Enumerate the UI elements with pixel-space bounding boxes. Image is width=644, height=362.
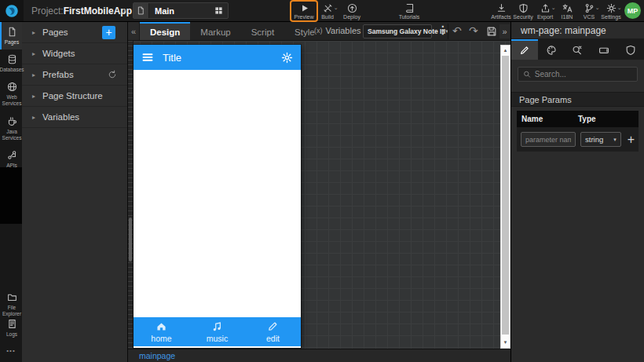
collapse-left-panel-button[interactable]: « — [128, 22, 140, 40]
rail-item-web-services[interactable]: Web Services — [0, 77, 22, 111]
tab-script[interactable]: Script — [241, 22, 284, 40]
param-name-input[interactable] — [521, 132, 576, 147]
scrollbar-thumb[interactable] — [502, 56, 509, 335]
translate-icon — [562, 2, 573, 13]
canvas-vertical-ruler[interactable] — [128, 41, 134, 349]
rail-label: Web Services — [2, 94, 22, 107]
scroll-up-arrow[interactable]: ▲ — [501, 46, 510, 55]
redo-button[interactable]: ↷ — [469, 24, 478, 38]
export-button[interactable]: ⌄ Export — [534, 2, 556, 20]
artifacts-icon — [496, 2, 507, 13]
section-pages[interactable]: ▸ Pages + — [22, 22, 127, 43]
expand-arrow-icon[interactable]: ▸ — [32, 29, 35, 36]
refresh-prefabs-icon[interactable] — [108, 70, 117, 79]
add-param-button[interactable]: + — [628, 133, 635, 146]
section-variables[interactable]: ▸ Variables — [22, 107, 127, 128]
i18n-button[interactable]: I18N — [556, 2, 578, 20]
expand-arrow-icon[interactable]: ▸ — [32, 71, 35, 79]
export-caret-icon: ⌄ — [551, 5, 556, 10]
undo-button[interactable]: ↶ — [452, 24, 462, 38]
save-button[interactable] — [486, 26, 497, 37]
tab-properties[interactable] — [511, 39, 538, 60]
project-breadcrumb[interactable]: Project:FirstMobileApp — [31, 5, 132, 16]
add-page-button[interactable]: + — [102, 26, 115, 39]
section-label-variables: Variables — [42, 112, 79, 122]
user-avatar[interactable]: MP — [624, 2, 641, 19]
nav-item-home[interactable]: home — [134, 317, 189, 346]
page-icon — [134, 3, 149, 18]
variables-dropdown[interactable]: (x) Variables ⌄ — [314, 26, 369, 35]
deploy-label: Deploy — [343, 14, 360, 20]
tab-markup[interactable]: Markup — [190, 22, 240, 40]
logs-icon — [7, 319, 17, 329]
tab-label: Markup — [200, 27, 230, 37]
home-icon — [156, 320, 167, 332]
page-params-header: Page Params — [511, 92, 644, 107]
deploy-button[interactable]: Deploy — [341, 2, 363, 20]
expand-arrow-icon[interactable]: ▸ — [32, 114, 35, 121]
phone-page-title[interactable]: Title — [163, 52, 281, 64]
edit-pencil-icon — [267, 320, 279, 332]
security-button[interactable]: Security — [512, 2, 534, 20]
section-widgets[interactable]: ▸ Widgets — [22, 43, 127, 64]
shield-outline-icon — [625, 45, 636, 56]
nav-label: home — [151, 334, 171, 343]
toolbar-divider — [448, 24, 448, 39]
pages-icon — [7, 27, 17, 37]
page-params-table: Name Type string ▾ + — [517, 111, 639, 152]
section-page-structure[interactable]: ▸ Page Structure — [22, 86, 127, 107]
ruler-scroll-thumb[interactable] — [129, 218, 132, 261]
properties-search-box[interactable] — [518, 67, 638, 82]
page-params-table-header: Name Type — [517, 111, 639, 127]
hamburger-menu-icon[interactable] — [141, 51, 154, 64]
phone-bottom-navbar[interactable]: home music edit — [134, 317, 301, 348]
rail-item-java-services[interactable]: Java Services — [0, 112, 22, 145]
expand-arrow-icon[interactable]: ▸ — [32, 50, 35, 57]
canvas-vertical-scrollbar[interactable]: ▲ ▼ — [500, 45, 510, 349]
phone-header-widget[interactable]: Title — [134, 45, 301, 70]
rail-item-logs[interactable]: Logs — [0, 314, 22, 342]
section-prefabs[interactable]: ▸ Prefabs — [22, 64, 127, 86]
search-input[interactable] — [535, 70, 632, 79]
wavemaker-logo-icon[interactable] — [0, 0, 24, 21]
page-param-row: string ▾ + — [517, 127, 639, 152]
tab-label: Script — [251, 27, 274, 37]
canvas-options-kebab-icon[interactable]: ⋮ — [437, 24, 448, 36]
preview-label: Preview — [295, 14, 314, 20]
expand-right-panel-button[interactable]: » — [499, 24, 510, 38]
phone-settings-gear-icon[interactable] — [281, 52, 293, 64]
tab-design[interactable]: Design — [140, 22, 190, 40]
param-type-select[interactable]: string ▾ — [580, 132, 621, 147]
page-list-grid-icon[interactable] — [214, 6, 228, 15]
rail-item-pages[interactable]: Pages — [0, 22, 22, 49]
page-selector[interactable]: Main — [133, 2, 229, 19]
rail-item-databases[interactable]: Databases — [0, 49, 22, 77]
tutorials-button[interactable]: Tutorials — [395, 2, 423, 20]
tab-device[interactable] — [591, 39, 617, 60]
vcs-button[interactable]: ⌄ VCS — [578, 2, 600, 20]
build-button[interactable]: ⌄ Build — [317, 2, 338, 20]
preview-button[interactable]: Preview — [290, 0, 318, 22]
rail-more-button[interactable]: ••• — [0, 347, 22, 354]
artifacts-button[interactable]: Artifacts — [490, 2, 512, 20]
i18n-label: I18N — [562, 14, 573, 20]
status-page-link[interactable]: mainpage — [139, 351, 175, 360]
tab-styles[interactable] — [538, 39, 565, 60]
tab-events[interactable] — [565, 39, 591, 60]
design-canvas[interactable]: Title home music edit — [128, 41, 510, 349]
tutorials-label: Tutorials — [399, 14, 420, 20]
variables-icon: (x) — [314, 27, 323, 35]
tab-security[interactable] — [617, 39, 644, 60]
left-icon-rail: Pages Databases Web Services Java Servic… — [0, 22, 22, 362]
column-header-name: Name — [517, 115, 578, 123]
phone-page-content[interactable] — [134, 70, 301, 317]
settings-button[interactable]: ⌄ Settings — [600, 2, 622, 20]
page-selector-value: Main — [149, 6, 214, 16]
device-selector[interactable]: Samsung Galaxy Note III ▾ — [363, 24, 432, 38]
nav-item-edit[interactable]: edit — [245, 317, 301, 346]
expand-arrow-icon[interactable]: ▸ — [32, 93, 35, 100]
column-header-type: Type — [578, 115, 639, 123]
nav-item-music[interactable]: music — [189, 317, 245, 346]
settings-caret-icon: ⌄ — [617, 5, 622, 10]
scroll-down-arrow[interactable]: ▼ — [501, 338, 510, 346]
